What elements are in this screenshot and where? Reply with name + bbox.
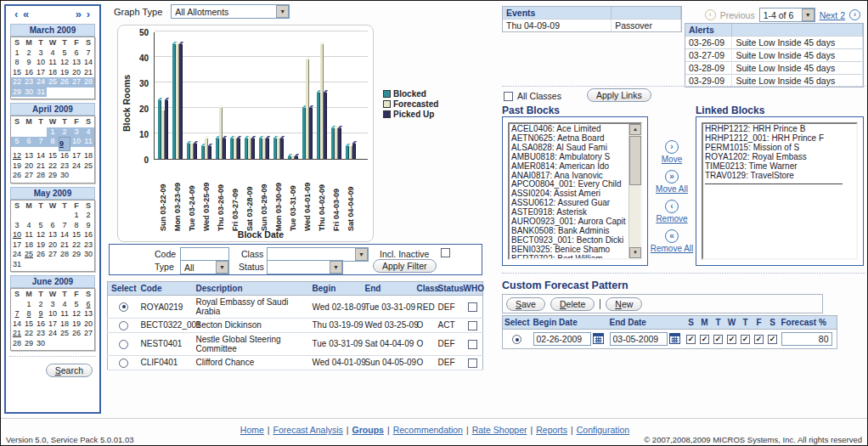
calendar-day[interactable]: 8 bbox=[70, 221, 82, 231]
prev-month-icon[interactable]: ‹ bbox=[14, 8, 19, 20]
calendar-day[interactable]: 19 bbox=[70, 319, 82, 330]
new-button[interactable]: New bbox=[606, 297, 642, 311]
calendar-day[interactable]: 10 bbox=[47, 309, 59, 319]
calendar-day[interactable]: 15 bbox=[70, 230, 82, 240]
next-year-icon[interactable]: » bbox=[76, 8, 82, 20]
graph-type-select[interactable]: All Allotments ▼ bbox=[171, 4, 290, 19]
calendar-day[interactable]: 17 bbox=[70, 151, 82, 161]
calendar-day[interactable]: 4 bbox=[23, 221, 35, 231]
calendar-day[interactable]: 4 bbox=[59, 300, 70, 310]
calendar-day[interactable]: 25 bbox=[23, 250, 35, 260]
past-blocks-scrollbar[interactable]: ▲ ▼ bbox=[628, 124, 640, 258]
calendar-day[interactable]: 3 bbox=[11, 221, 23, 231]
calendar-day[interactable]: 22 bbox=[47, 161, 59, 172]
calendar-day[interactable]: 10 bbox=[70, 137, 82, 147]
who-checkbox[interactable] bbox=[468, 302, 477, 312]
calendar-day[interactable]: 12 bbox=[35, 230, 47, 240]
remove-all-icon[interactable]: « bbox=[665, 229, 679, 243]
day-checkbox-6[interactable]: ✓ bbox=[768, 335, 777, 344]
calendar-day[interactable]: 8 bbox=[11, 58, 23, 68]
calendar-day[interactable]: 14 bbox=[11, 319, 23, 330]
footer-link-home[interactable]: Home bbox=[240, 425, 264, 435]
calendar-day[interactable]: 3 bbox=[47, 300, 59, 310]
past-block-item[interactable]: BERT0702: Bert William bbox=[511, 255, 627, 258]
who-checkbox[interactable] bbox=[468, 321, 477, 330]
scroll-down-icon[interactable]: ▼ bbox=[629, 247, 641, 258]
calendar-day[interactable]: 8 bbox=[47, 137, 59, 147]
range-select[interactable]: 1-4 of 6 ▼ bbox=[759, 8, 815, 22]
calendar-day[interactable]: 14 bbox=[82, 58, 94, 68]
past-blocks-listbox[interactable]: ACEL0406: Ace LimitedAETN0625: Aetna Boa… bbox=[508, 122, 642, 260]
dropdown-arrow-icon[interactable]: ▼ bbox=[276, 5, 289, 18]
calendar-day[interactable]: 23 bbox=[59, 161, 70, 172]
calendar-day[interactable]: 2 bbox=[35, 300, 47, 310]
move-link[interactable]: Move bbox=[662, 155, 682, 164]
calendar-day[interactable]: 29 bbox=[23, 339, 35, 349]
calendar-day[interactable]: 28 bbox=[59, 250, 70, 260]
calendar-day[interactable]: 18 bbox=[47, 68, 59, 78]
end-date-input[interactable]: 03-05-2009 bbox=[610, 332, 668, 346]
calendar-day[interactable]: 19 bbox=[11, 161, 23, 172]
footer-link-configuration[interactable]: Configuration bbox=[577, 425, 629, 435]
scroll-up-icon[interactable]: ▲ bbox=[629, 124, 641, 135]
calendar-day[interactable]: 23 bbox=[35, 329, 47, 339]
calendar-day[interactable]: 30 bbox=[59, 171, 70, 181]
move-all-link[interactable]: Move All bbox=[656, 184, 688, 194]
calendar-day[interactable]: 13 bbox=[70, 58, 82, 68]
calendar-day[interactable]: 18 bbox=[59, 319, 70, 330]
calendar-day[interactable]: 23 bbox=[82, 240, 94, 251]
calendar-day[interactable]: 9 bbox=[59, 137, 70, 151]
calendar-day[interactable]: 5 bbox=[35, 221, 47, 231]
calendar-day[interactable]: 7 bbox=[11, 309, 23, 319]
apply-filter-button[interactable]: Apply Filter bbox=[373, 259, 437, 273]
calendar-day[interactable]: 3 bbox=[70, 127, 82, 138]
calendar-day[interactable]: 26 bbox=[11, 171, 23, 181]
delete-button[interactable]: Delete bbox=[550, 297, 595, 311]
day-checkbox-0[interactable]: ✓ bbox=[686, 335, 696, 344]
linked-blocks-listbox[interactable]: HRHP1212: HRH Prince BHRHP1212_001: HRH … bbox=[702, 122, 858, 260]
past-block-item[interactable]: AMER0814: American Ido bbox=[511, 162, 627, 172]
dropdown-arrow-icon[interactable]: ▼ bbox=[330, 261, 342, 274]
next-link[interactable]: Next 2 bbox=[820, 10, 845, 20]
footer-link-forecast-analysis[interactable]: Forecast Analysis bbox=[273, 425, 343, 435]
calendar-day[interactable]: 17 bbox=[11, 240, 23, 251]
calendar-day[interactable]: 5 bbox=[70, 300, 82, 310]
scrollbar-thumb[interactable] bbox=[629, 136, 641, 185]
calendar-day[interactable]: 8 bbox=[23, 309, 35, 319]
dropdown-arrow-icon[interactable]: ▼ bbox=[216, 261, 228, 274]
calendar-day[interactable]: 2 bbox=[82, 211, 94, 221]
calendar-day[interactable]: 17 bbox=[35, 68, 47, 78]
footer-link-reports[interactable]: Reports bbox=[536, 425, 567, 435]
calendar-day[interactable]: 6 bbox=[70, 48, 82, 59]
prev-year-icon[interactable]: « bbox=[23, 8, 30, 20]
calendar-day[interactable]: 9 bbox=[35, 309, 47, 319]
calendar-day[interactable]: 7 bbox=[59, 221, 70, 231]
calendar-day[interactable]: 22 bbox=[11, 77, 23, 88]
previous-page-icon[interactable]: ‹ bbox=[705, 9, 716, 20]
calendar-day[interactable]: 10 bbox=[11, 230, 23, 240]
who-checkbox[interactable] bbox=[468, 358, 477, 368]
row-select-radio[interactable] bbox=[119, 358, 128, 368]
calendar-day[interactable]: 5 bbox=[59, 48, 70, 59]
calendar-day[interactable]: 12 bbox=[59, 58, 70, 68]
row-select-radio[interactable] bbox=[119, 321, 128, 330]
calendar-day[interactable]: 26 bbox=[35, 250, 47, 260]
begin-date-input[interactable]: 02-26-2009 bbox=[533, 332, 591, 346]
calendar-day[interactable]: 3 bbox=[35, 48, 47, 59]
calendar-day[interactable]: 29 bbox=[70, 250, 82, 260]
calendar-day[interactable]: 20 bbox=[23, 161, 35, 172]
calendar-day[interactable]: 9 bbox=[82, 221, 94, 231]
calendar-day[interactable]: 12 bbox=[11, 151, 23, 161]
day-checkbox-3[interactable]: ✓ bbox=[727, 335, 736, 344]
calendar-day[interactable]: 21 bbox=[11, 329, 23, 339]
footer-link-groups[interactable]: Groups bbox=[352, 425, 384, 435]
save-button[interactable]: Save bbox=[506, 297, 545, 311]
calendar-day[interactable]: 10 bbox=[35, 58, 47, 68]
calendar-day[interactable]: 22 bbox=[23, 329, 35, 339]
calendar-day[interactable]: 4 bbox=[82, 127, 94, 138]
calendar-day[interactable]: 13 bbox=[47, 230, 59, 240]
calendar-day[interactable]: 5 bbox=[11, 137, 23, 147]
move-all-icon[interactable]: » bbox=[665, 170, 679, 183]
calendar-day[interactable]: 26 bbox=[59, 77, 70, 88]
calendar-day[interactable]: 27 bbox=[82, 329, 94, 339]
